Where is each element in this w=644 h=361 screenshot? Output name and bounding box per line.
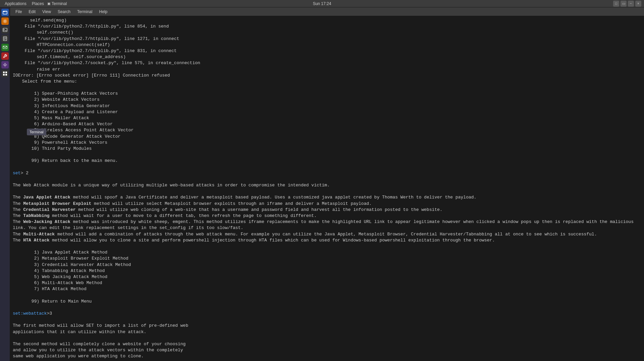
terminal-line <box>13 188 641 194</box>
svg-rect-1 <box>3 11 5 12</box>
menu-edit[interactable]: Edit <box>26 9 38 15</box>
main-layout: File Edit View Search Terminal Help Term… <box>0 7 644 361</box>
terminal-line: File "/usr/lib/python2.7/httplib.py", li… <box>13 24 641 30</box>
terminal-line: 1) Java Applet Attack Method <box>13 250 641 256</box>
terminal-line: 6) Arduino-Based Attack Vector <box>13 121 641 127</box>
terminal-line: The HTA Attack method will allow you to … <box>13 237 641 243</box>
window-btn-2[interactable]: ▭ <box>620 1 627 7</box>
terminal-line: 3) Credential Harvester Attack Method <box>13 262 641 268</box>
menu-bar: File Edit View Search Terminal Help <box>10 7 644 16</box>
terminal-line: The Credential Harvester method will uti… <box>13 207 641 213</box>
terminal-line: The Java Applet Attack method will spoof… <box>13 194 641 200</box>
terminal-line: The Multi-Attack method will add a combi… <box>13 231 641 237</box>
terminal-line: 7) Wireless Access Point Attack Vector <box>13 127 641 133</box>
window-minimize[interactable]: − <box>628 1 634 7</box>
terminal-line: 4) Tabnabbing Attack Method <box>13 268 641 274</box>
terminal-line <box>13 292 641 298</box>
terminal-line: HTTPConnection.connect(self) <box>13 42 641 48</box>
terminal-line: and allow you to utilize the attack vect… <box>13 347 641 353</box>
applications-menu[interactable]: Applications <box>3 1 29 6</box>
terminal-line: 2) Website Attack Vectors <box>13 97 641 103</box>
svg-rect-3 <box>3 28 7 32</box>
terminal-line: 1) Spear-Phishing Attack Vectors <box>13 91 641 97</box>
terminal-line <box>13 317 641 323</box>
menu-view[interactable]: View <box>40 9 54 15</box>
terminal-line <box>13 85 641 91</box>
terminal-line <box>13 305 641 311</box>
system-datetime: Sun 17:24 <box>313 1 331 6</box>
menu-file[interactable]: File <box>13 9 25 15</box>
terminal-line: 10) Third Party Modules <box>13 146 641 152</box>
terminal-line: self.connect() <box>13 30 641 36</box>
svg-point-6 <box>4 64 6 66</box>
sidebar-icon-settings[interactable] <box>1 17 9 25</box>
terminal-line <box>13 335 641 341</box>
sidebar-icon-tools[interactable] <box>1 52 9 60</box>
terminal-line: 8) QRCode Generator Attack Vector <box>13 134 641 140</box>
sidebar-icon-notes[interactable] <box>1 35 9 42</box>
terminal-line: raise err <box>13 66 641 73</box>
terminal-line: 99) Return to Main Menu <box>13 299 641 305</box>
terminal-line: 5) Mass Mailer Attack <box>13 115 641 121</box>
terminal-line: The Web-Jacking Attack method was introd… <box>13 219 641 231</box>
system-bar: Applications Places ▣ Terminal Sun 17:24… <box>0 0 644 7</box>
window-controls: □ ▭ − × <box>613 1 641 7</box>
terminal-line: File "/usr/lib/python2.7/httplib.py", li… <box>13 36 641 42</box>
menu-terminal[interactable]: Terminal <box>75 9 95 15</box>
terminal-prompt-2: set:webattack>3 <box>13 311 641 317</box>
terminal-line: The second method will completely clone … <box>13 341 641 347</box>
terminal-tooltip: Terminal <box>27 129 46 135</box>
svg-rect-8 <box>5 72 7 73</box>
left-sidebar <box>0 7 10 361</box>
terminal-line <box>13 164 641 170</box>
terminal-line: 3) Infectious Media Generator <box>13 103 641 109</box>
sidebar-icon-grid[interactable] <box>1 70 9 77</box>
system-bar-right: □ ▭ − × <box>613 1 641 7</box>
terminal-output[interactable]: Terminal self.send(msg) File "/usr/lib/p… <box>10 16 644 361</box>
svg-rect-9 <box>3 74 5 76</box>
terminal-menu-btn[interactable]: ▣ Terminal <box>47 1 67 6</box>
terminal-line: File "/usr/lib/python2.7/httplib.py", li… <box>13 48 641 54</box>
terminal-prompt-1: set> 2 <box>13 170 641 176</box>
sidebar-icon-filemanager[interactable] <box>1 9 9 16</box>
menu-search[interactable]: Search <box>55 9 73 15</box>
terminal-line: 5) Web Jacking Attack Method <box>13 274 641 280</box>
terminal-line: IOError: [Errno socket error] [Errno 111… <box>13 73 641 79</box>
terminal-icon-small: ▣ <box>47 2 50 5</box>
menu-help[interactable]: Help <box>96 9 110 15</box>
terminal-line: 99) Return back to the main menu. <box>13 158 641 164</box>
sidebar-icon-terminal[interactable] <box>1 26 9 34</box>
terminal-line: File "/usr/lib/python2.7/socket.py", lin… <box>13 60 641 66</box>
window-btn-1[interactable]: □ <box>613 1 619 7</box>
terminal-line: The Web Attack module is a unique way of… <box>13 182 641 188</box>
terminal-line: 2) Metasploit Browser Exploit Method <box>13 256 641 262</box>
terminal-line: The Metasploit Browser Exploit method wi… <box>13 201 641 207</box>
terminal-line <box>13 360 641 361</box>
sidebar-icon-email[interactable] <box>1 44 9 51</box>
terminal-line: 6) Multi-Attack Web Method <box>13 280 641 286</box>
terminal-line <box>13 152 641 158</box>
terminal-line: same web application you were attempting… <box>13 353 641 359</box>
terminal-line <box>13 176 641 182</box>
terminal-line: The TabNabbing method will wait for a us… <box>13 213 641 219</box>
terminal-line: self.timeout, self.source_address) <box>13 54 641 60</box>
terminal-line: 4) Create a Payload and Listener <box>13 109 641 115</box>
terminal-line: applications that it can utilize within … <box>13 329 641 335</box>
svg-rect-7 <box>3 72 5 73</box>
system-bar-left: Applications Places ▣ Terminal <box>3 1 67 6</box>
terminal-line: 7) HTA Attack Method <box>13 286 641 292</box>
svg-point-2 <box>4 20 6 22</box>
terminal-container: File Edit View Search Terminal Help Term… <box>10 7 644 361</box>
window-close[interactable]: × <box>635 1 641 7</box>
terminal-line <box>13 243 641 250</box>
terminal-line: Select from the menu: <box>13 79 641 85</box>
terminal-line: 9) Powershell Attack Vectors <box>13 140 641 146</box>
terminal-line: self.send(msg) <box>13 17 641 24</box>
places-menu[interactable]: Places <box>30 1 46 6</box>
sidebar-icon-view[interactable] <box>1 61 9 69</box>
terminal-line: The first method will allow SET to impor… <box>13 323 641 329</box>
svg-rect-10 <box>5 74 7 76</box>
